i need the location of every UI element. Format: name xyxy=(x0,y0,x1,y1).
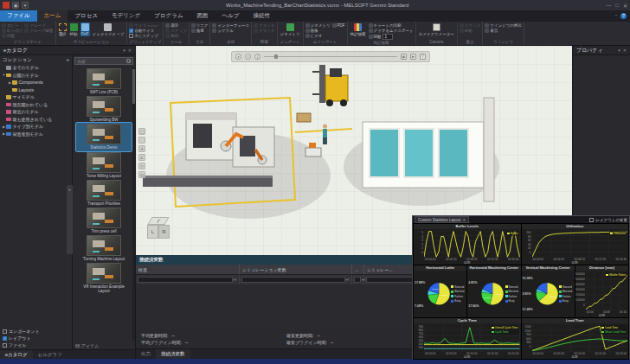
restart-icon[interactable]: « xyxy=(245,54,251,60)
collapse-strip[interactable]: « xyxy=(67,185,73,254)
statistics-layout-tab[interactable]: Custom Statistics Layout ✕ xyxy=(415,216,469,223)
cube-left-face[interactable]: L xyxy=(147,225,158,239)
column-header[interactable]: ... xyxy=(352,265,364,274)
catalog-item[interactable]: Turning Machine Layout xyxy=(76,234,132,262)
ribbon-button[interactable]: デタッチ xyxy=(254,29,274,33)
catalog-scrollbar[interactable] xyxy=(132,67,135,341)
checkbox-icon[interactable]: ✓ xyxy=(129,29,133,33)
ribbon-button[interactable]: インターフェース xyxy=(212,23,249,28)
close-panel-icon[interactable]: ✕ xyxy=(128,48,132,53)
ribbon-button[interactable]: チャートの印刷 xyxy=(369,23,414,28)
tree-item[interactable]: マイモデル xyxy=(0,93,72,101)
ribbon-tab[interactable]: モデリング xyxy=(105,10,147,22)
cube-right-face[interactable]: R xyxy=(158,225,170,239)
ribbon-button[interactable]: ビデオ xyxy=(305,34,331,38)
search-icon[interactable] xyxy=(126,59,131,63)
select-free-icon[interactable]: ◌ xyxy=(138,137,145,144)
checkbox-icon[interactable] xyxy=(3,329,7,334)
chart-cycle-time[interactable]: Cycle Time900800700600500400300Overall C… xyxy=(414,318,521,359)
chart-utilization[interactable]: Utilization100806040200Utilization00:00:… xyxy=(522,224,629,265)
catalog-item[interactable]: VR Interaction Example Layout xyxy=(76,262,132,294)
time-slider[interactable] xyxy=(264,56,397,57)
tree-item[interactable]: Layouts xyxy=(0,86,72,94)
catalog-item[interactable]: Statistics Demo xyxy=(76,123,132,150)
measure-tool-icon[interactable]: ∠ xyxy=(138,154,145,161)
checkbox-icon[interactable]: ✓ xyxy=(3,336,7,341)
add-collection-button[interactable]: + xyxy=(66,57,69,62)
help-icon[interactable]: ? xyxy=(620,13,627,19)
save-icon[interactable]: ▣ xyxy=(12,2,19,9)
ribbon-tab[interactable]: ヘルプ xyxy=(215,10,247,22)
move-tool-icon[interactable]: ✛ xyxy=(138,145,145,152)
filter-funnel-icon[interactable]: ▾T xyxy=(346,278,350,282)
filter-checkbox[interactable]: コンポーネント xyxy=(3,329,69,334)
ribbon-tab[interactable]: プロセス xyxy=(68,10,105,22)
ribbon-button[interactable]: 回数1 xyxy=(369,34,414,40)
ribbon-button[interactable]: シグナル xyxy=(212,29,249,33)
panel-tab[interactable]: eカタログ xyxy=(0,350,33,359)
ribbon-button[interactable]: PnP xyxy=(80,22,90,36)
ribbon-button[interactable]: 表示 xyxy=(485,29,522,33)
column-header[interactable]: シミュレーション変数 xyxy=(240,265,352,274)
ribbon-tab[interactable]: 図面 xyxy=(190,10,215,22)
pin-icon[interactable]: ▾ xyxy=(123,48,125,53)
ribbon-button[interactable]: 貼り付け xyxy=(2,29,22,33)
tree-item[interactable]: 現在開かれている xyxy=(0,101,72,109)
ribbon-button[interactable]: インタラクティブ xyxy=(92,22,125,36)
filter-input[interactable] xyxy=(366,277,418,283)
properties-close-icon[interactable]: ✕ xyxy=(623,48,627,53)
tree-item[interactable]: ▼公開のモデル xyxy=(0,72,72,80)
ribbon-button[interactable]: 統計情報 xyxy=(350,22,367,36)
ribbon-tab[interactable]: ファイル xyxy=(0,10,37,22)
ribbon-button[interactable]: グループ xyxy=(24,23,53,28)
ribbon-button[interactable]: 測定 xyxy=(165,23,186,28)
ribbon-button[interactable]: 削除 xyxy=(2,34,22,38)
chart-vertical-machining-center[interactable]: Vertical Machining Center15.38%3.85%17.4… xyxy=(522,265,575,317)
properties-pin-icon[interactable]: ▾ xyxy=(618,48,620,53)
checkbox-icon[interactable] xyxy=(3,343,7,348)
filter-funnel-icon[interactable]: ▾T xyxy=(234,278,237,282)
close-button[interactable]: ✕ xyxy=(623,3,627,9)
ribbon-button[interactable]: 移動 xyxy=(460,29,480,33)
ribbon-button[interactable]: スナップ xyxy=(165,29,186,33)
ribbon-tab[interactable]: 接続性 xyxy=(247,10,278,22)
ribbon-button[interactable]: 画像 xyxy=(305,29,331,33)
ribbon-button[interactable]: カメラアニメーター xyxy=(418,22,455,36)
panel-tab[interactable]: 出力 xyxy=(136,349,156,359)
tree-item[interactable]: ▶製造者別モデル xyxy=(0,131,72,138)
ribbon-tab[interactable]: プログラム xyxy=(147,10,190,22)
quick-access-dropdown-icon[interactable]: ▾ xyxy=(22,2,29,9)
ribbon-button[interactable]: ジオメトリ xyxy=(305,23,331,28)
snap-tool-icon[interactable]: ◇ xyxy=(138,163,145,169)
ribbon-button[interactable]: 角度 xyxy=(191,29,209,33)
statistics-tab-close-icon[interactable]: ✕ xyxy=(463,218,466,222)
catalog-item[interactable]: Tome Milling Layout xyxy=(76,151,132,179)
screenshot-icon[interactable]: ▣ xyxy=(401,54,407,60)
ribbon-button[interactable]: グラフをエクスポート xyxy=(369,29,414,33)
filter-checkbox[interactable]: ✓レイアウト xyxy=(3,335,69,341)
ribbon-button[interactable]: ジオメトリ xyxy=(280,22,301,36)
branch-icon[interactable]: Y xyxy=(420,54,426,60)
search-input[interactable] xyxy=(77,59,126,64)
ribbon-button[interactable]: リニア xyxy=(191,23,209,28)
ribbon-button[interactable]: PDF xyxy=(332,23,345,28)
record-icon[interactable]: ● xyxy=(235,54,241,60)
filter-checkbox[interactable]: ファイル xyxy=(3,342,69,348)
maximize-button[interactable]: □ xyxy=(615,3,619,9)
ribbon-value-field[interactable]: 1 xyxy=(382,34,393,40)
tree-item[interactable]: ▶Components xyxy=(0,79,72,86)
chart-lead-time[interactable]: Lead Time150012009006003000Lead TimeMean… xyxy=(522,318,629,359)
ribbon-button[interactable]: 選択 xyxy=(58,22,68,36)
video-icon[interactable]: ▶ xyxy=(410,54,416,60)
filter-input[interactable] xyxy=(138,277,233,283)
column-header[interactable]: 構造 xyxy=(136,265,240,274)
tree-item[interactable]: 全てのモデル xyxy=(0,64,72,72)
tree-item[interactable]: 最も使用されている xyxy=(0,116,72,124)
ribbon-button[interactable]: ✓自動サイズ xyxy=(129,29,158,33)
catalog-item[interactable]: Trim press cell xyxy=(76,207,132,234)
ribbon-button[interactable]: アタッチ xyxy=(254,23,274,28)
collapse-ribbon-icon[interactable]: ˆ xyxy=(615,14,617,19)
checkbox-icon[interactable] xyxy=(129,34,133,38)
ribbon-button[interactable]: 整列 xyxy=(165,34,186,38)
tree-item[interactable]: 最近のモデル xyxy=(0,108,72,116)
